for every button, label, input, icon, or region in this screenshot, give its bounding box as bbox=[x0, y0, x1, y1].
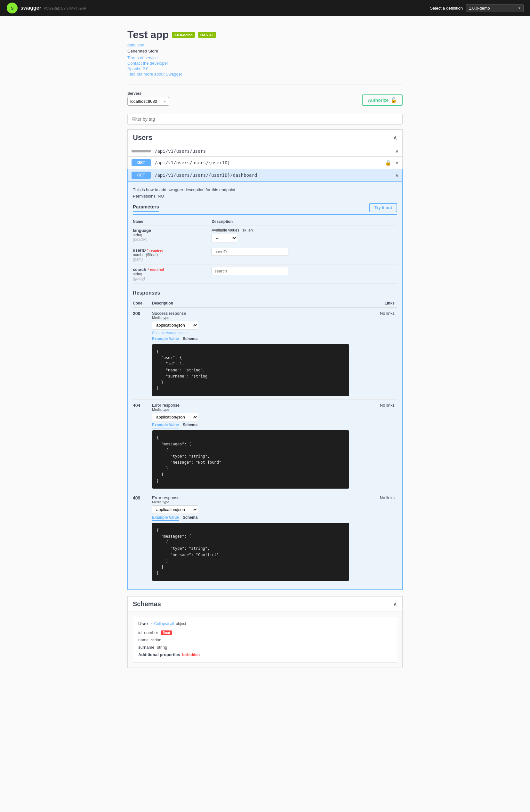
schema-tab-404[interactable]: Schema bbox=[183, 423, 197, 429]
example-value-tab-200[interactable]: Example Value bbox=[152, 336, 179, 342]
find-out-more-link[interactable]: Find out more about Swagger bbox=[127, 72, 403, 76]
schema-prop-name: name string bbox=[138, 636, 392, 643]
tag-collapse-icon: ∧ bbox=[393, 134, 397, 141]
schema-tab-409[interactable]: Schema bbox=[183, 515, 197, 521]
params-header-row: Parameters Try it out bbox=[133, 203, 397, 215]
server-select[interactable]: localhost:8080 bbox=[127, 97, 169, 106]
response-row-409: 409 Error response Media type applicatio… bbox=[133, 492, 397, 584]
example-tab-row-200: Example Value Schema bbox=[152, 336, 349, 342]
schemas-title: Schemas bbox=[133, 600, 161, 608]
endpoint-summary-0[interactable]: /api/v1/users/users ∨ bbox=[128, 146, 402, 156]
param-required-userid: * required bbox=[147, 248, 163, 252]
controls-accept-label-200: Controls Accept header. bbox=[152, 331, 349, 335]
contact-developer-link[interactable]: Contact the developer bbox=[127, 61, 403, 66]
param-available-values-language: Available values : sk, en bbox=[211, 228, 395, 232]
parameters-tab[interactable]: Parameters bbox=[133, 204, 159, 212]
tag-header-users[interactable]: Users ∧ bbox=[127, 129, 403, 146]
app-title: Test app bbox=[127, 29, 169, 41]
definition-selector-group: Select a definition 1.0.0-demo bbox=[430, 4, 524, 12]
response-row-200: 200 Success response Media type applicat… bbox=[133, 308, 397, 400]
tag-title-users: Users bbox=[133, 133, 152, 142]
endpoint-summary-1[interactable]: GET /api/v1/users/users/{userID} 🔒 ∨ bbox=[128, 157, 402, 169]
authorize-button[interactable]: Authorize 🔓 bbox=[362, 95, 403, 106]
data-json-link[interactable]: data.json bbox=[127, 43, 403, 47]
response-code-404: 404 bbox=[133, 403, 140, 408]
schema-tab-200[interactable]: Schema bbox=[183, 336, 197, 342]
server-select-wrapper[interactable]: localhost:8080 bbox=[127, 97, 169, 106]
apache-link[interactable]: Apache 2.0 bbox=[127, 66, 403, 71]
schema-prop-surname: surname string bbox=[138, 643, 392, 651]
swagger-wordmark: swagger bbox=[20, 5, 41, 11]
schemas-section: Schemas ∧ User ∧ Collapse all object id … bbox=[127, 596, 403, 668]
param-col-name: Name bbox=[133, 218, 211, 226]
schema-item-user: User ∧ Collapse all object id number flo… bbox=[133, 617, 397, 663]
example-value-tab-404[interactable]: Example Value bbox=[152, 423, 179, 429]
media-type-select-200[interactable]: application/json bbox=[152, 321, 198, 330]
code-block-200: { "user": { "id": 1, "name": "string", "… bbox=[152, 344, 349, 396]
lock-icon-1: 🔒 bbox=[385, 160, 392, 166]
info-links: Terms of service Contact the developer A… bbox=[127, 55, 403, 76]
schema-name-row: User ∧ Collapse all object bbox=[138, 621, 392, 626]
schemas-collapse-icon: ∧ bbox=[393, 601, 397, 608]
param-row-userid: userID * required number($float) (path) bbox=[133, 245, 397, 264]
param-type-userid: number($float) bbox=[133, 252, 209, 257]
filter-input[interactable] bbox=[127, 114, 403, 125]
servers-section: Servers localhost:8080 Authorize 🔓 bbox=[127, 85, 403, 109]
method-badge-0 bbox=[132, 150, 151, 153]
response-code-409: 409 bbox=[133, 495, 140, 501]
select-definition-label: Select a definition bbox=[430, 6, 463, 11]
endpoint-row-0: /api/v1/users/users ∨ bbox=[127, 146, 403, 157]
oas-badge: OAS 3.1 bbox=[198, 32, 216, 38]
example-tab-row-404: Example Value Schema bbox=[152, 423, 349, 429]
responses-title: Responses bbox=[133, 290, 397, 296]
media-type-label-200: Media type bbox=[152, 316, 349, 320]
col-description: Description bbox=[152, 299, 352, 308]
navbar: S swagger POWERED BY SMARTBEAR Select a … bbox=[0, 0, 530, 16]
media-type-select-wrapper-200[interactable]: application/json bbox=[152, 321, 198, 331]
endpoint-path-1: /api/v1/users/users/{userID} bbox=[154, 160, 381, 165]
example-tab-row-409: Example Value Schema bbox=[152, 515, 349, 521]
example-value-tab-409[interactable]: Example Value bbox=[152, 515, 179, 521]
param-type-search: string bbox=[133, 272, 209, 276]
schema-type-label: object bbox=[176, 622, 186, 626]
userid-input[interactable] bbox=[211, 248, 289, 256]
method-badge-1: GET bbox=[132, 159, 151, 166]
param-row-search: search * required string (query) bbox=[133, 264, 397, 284]
param-type-language: string bbox=[133, 233, 209, 237]
servers-label: Servers bbox=[127, 91, 169, 96]
schema-prop-id: id number float bbox=[138, 629, 392, 636]
definition-select-wrapper[interactable]: 1.0.0-demo bbox=[466, 4, 524, 12]
media-type-select-404[interactable]: application/json bbox=[152, 413, 198, 421]
try-out-button[interactable]: Try it out bbox=[369, 203, 397, 212]
app-info-section: Test app 1.0.0-demo OAS 3.1 data.json Ge… bbox=[127, 23, 403, 81]
tag-section-users: Users ∧ /api/v1/users/users ∨ GET /api/v… bbox=[127, 129, 403, 590]
response-desc-404: Error response bbox=[152, 403, 349, 408]
schema-prop-badge-float: float bbox=[161, 630, 172, 635]
language-select[interactable]: -- sk en bbox=[211, 234, 237, 242]
no-links-404: No links bbox=[380, 403, 395, 408]
endpoint-path-2: /api/v1/users/users/{userID}/dashboard bbox=[154, 173, 392, 178]
svg-text:S: S bbox=[11, 6, 14, 11]
col-code: Code bbox=[133, 299, 152, 308]
schema-forbidden-label: forbidden bbox=[182, 653, 200, 657]
param-location-language: (header) bbox=[133, 237, 209, 242]
endpoint-row-2: GET /api/v1/users/users/{userID}/dashboa… bbox=[127, 169, 403, 590]
schema-collapse-link[interactable]: ∧ Collapse all bbox=[150, 622, 174, 626]
media-type-select-409[interactable]: application/json bbox=[152, 505, 198, 514]
servers-group: Servers localhost:8080 bbox=[127, 91, 169, 106]
definition-select[interactable]: 1.0.0-demo bbox=[466, 4, 524, 12]
endpoint-expand-icon-1: ∨ bbox=[395, 160, 398, 165]
swagger-logo-icon: S bbox=[6, 2, 18, 14]
endpoint-summary-2[interactable]: GET /api/v1/users/users/{userID}/dashboa… bbox=[128, 169, 402, 182]
response-code-200: 200 bbox=[133, 311, 140, 316]
search-input[interactable] bbox=[211, 267, 289, 275]
schemas-header[interactable]: Schemas ∧ bbox=[128, 596, 402, 612]
main-content: Test app 1.0.0-demo OAS 3.1 data.json Ge… bbox=[121, 16, 409, 674]
param-name-search: search bbox=[133, 267, 146, 272]
version-badge: 1.0.0-demo bbox=[172, 32, 195, 38]
language-select-wrapper[interactable]: -- sk en bbox=[211, 234, 237, 242]
media-type-select-wrapper-409[interactable]: application/json bbox=[152, 505, 198, 515]
authorize-label: Authorize bbox=[368, 98, 388, 103]
media-type-select-wrapper-404[interactable]: application/json bbox=[152, 413, 198, 423]
terms-of-service-link[interactable]: Terms of service bbox=[127, 55, 403, 60]
